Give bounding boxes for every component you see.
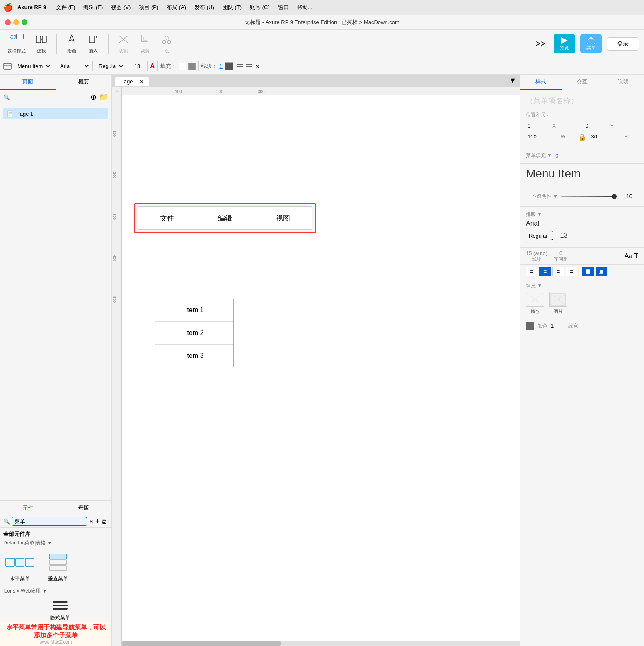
add-component-icon[interactable]: +: [95, 517, 100, 526]
opacity-slider[interactable]: [561, 196, 617, 197]
font-style-select[interactable]: Regular ⌃⌄: [526, 228, 557, 243]
widget-type-select[interactable]: Menu Item: [14, 62, 51, 70]
valign-top-btn[interactable]: [582, 267, 594, 276]
font-size-input[interactable]: [130, 63, 145, 69]
valign-bottom-btn[interactable]: [596, 267, 607, 276]
metrics-row: 15 (auto) 线段 0 字间距 Aa T: [526, 250, 638, 262]
x-input[interactable]: [526, 122, 551, 130]
position-size-label: 位置和尺寸: [526, 112, 638, 119]
minimize-button[interactable]: [13, 19, 19, 25]
formatbar-more-icon[interactable]: »: [256, 62, 260, 70]
draw-button[interactable]: 绘画: [63, 32, 80, 56]
component-v-menu[interactable]: 垂直菜单: [41, 551, 75, 583]
menu-edit[interactable]: 编辑 (E): [80, 3, 106, 12]
point-button[interactable]: 点: [158, 32, 175, 56]
maximize-button[interactable]: [22, 19, 27, 25]
fill-image-swatch[interactable]: [549, 292, 567, 307]
canvas-tab-close[interactable]: ✕: [140, 79, 144, 85]
folder-icon[interactable]: 📁: [99, 92, 108, 102]
hamburger-line-3: [53, 608, 68, 610]
menu-file[interactable]: 文件 (F): [53, 3, 78, 12]
point-label: 点: [165, 48, 169, 54]
v-menu-item-2[interactable]: Item 2: [155, 322, 233, 345]
insert-button[interactable]: 插入: [85, 32, 102, 56]
menu-project[interactable]: 项目 (P): [136, 3, 162, 12]
menu-fill-row: 菜单填充 ▼ 0: [526, 152, 638, 159]
icons-section-title: Icons » Web应用 ▼: [0, 586, 111, 596]
v-menu-item-3[interactable]: Item 3: [155, 345, 233, 367]
clear-search-icon[interactable]: ✕: [89, 518, 94, 525]
select-mode-button[interactable]: 选择模式: [5, 32, 28, 56]
fill-image-label: 图片: [554, 308, 563, 315]
menu-view[interactable]: 视图 (V): [108, 3, 134, 12]
menu-fill-value: 0: [555, 153, 558, 159]
h-menu-item-view[interactable]: 视图: [254, 207, 312, 229]
cut-label: 切割: [119, 48, 128, 54]
fill-color-swatch[interactable]: [526, 292, 544, 307]
v-menu-widget[interactable]: Item 1 Item 2 Item 3: [155, 299, 234, 367]
tab-note[interactable]: 说明: [603, 75, 644, 90]
close-button[interactable]: [5, 19, 11, 25]
canvas-background[interactable]: 文件 编辑 视图 Item 1 Item 2 Item 3: [122, 95, 520, 646]
library-path[interactable]: Default » 菜单|表格 ▼: [0, 539, 111, 547]
tab-overview[interactable]: 概要: [56, 75, 112, 90]
fill-color-option[interactable]: 颜色: [526, 292, 544, 315]
tab-style[interactable]: 样式: [520, 75, 562, 90]
copy-component-icon[interactable]: ⧉: [102, 518, 106, 525]
menu-window[interactable]: 窗口: [275, 3, 292, 12]
preview-button[interactable]: 预览: [554, 34, 575, 53]
connect-button[interactable]: 连接: [33, 32, 50, 56]
menu-team[interactable]: 团队 (T): [219, 3, 245, 12]
tab-pages[interactable]: 页面: [0, 75, 56, 90]
crop-button[interactable]: 裁剪: [137, 32, 153, 56]
h-menu-item-edit[interactable]: 编辑: [196, 207, 254, 229]
component-h-menu[interactable]: 水平菜单: [3, 551, 36, 583]
font-select[interactable]: Arial: [57, 62, 90, 70]
align-center-btn[interactable]: ≡: [539, 267, 551, 276]
share-button[interactable]: 共享: [580, 34, 602, 53]
line-color-swatch[interactable]: [225, 62, 233, 70]
align-right-btn[interactable]: ≡: [552, 267, 564, 276]
stroke-width-input[interactable]: [551, 323, 563, 329]
fill-swatch-pattern[interactable]: [179, 63, 186, 70]
align-left-btn[interactable]: ≡: [526, 267, 537, 276]
menu-layout[interactable]: 布局 (A): [163, 3, 189, 12]
tab-interaction[interactable]: 交互: [562, 75, 603, 90]
stroke-color-swatch[interactable]: [526, 322, 534, 330]
component-search-input[interactable]: [12, 517, 87, 526]
menu-account[interactable]: 账号 (C): [247, 3, 273, 12]
style-select[interactable]: Regular: [95, 62, 124, 70]
align-justify-btn[interactable]: ≡: [566, 267, 577, 276]
ruler-mark-100: 100: [175, 90, 182, 94]
text-t-icon[interactable]: T: [634, 253, 638, 260]
text-deco-btns: Aa T: [625, 253, 638, 260]
fill-label-right: 填充 ▼: [526, 282, 638, 289]
canvas-content[interactable]: ⊕ 100 200 300 100 200 300 400 500 文件: [112, 87, 520, 646]
add-page-icon[interactable]: ⊕: [90, 92, 97, 102]
scrollbar-horizontal[interactable]: [122, 641, 520, 646]
scrollbar-thumb-h[interactable]: [122, 641, 281, 646]
cut-button[interactable]: 切割: [115, 32, 132, 56]
canvas-tab-page1[interactable]: Page 1 ✕: [115, 77, 149, 86]
tab-components[interactable]: 元件: [0, 501, 56, 515]
tab-masters[interactable]: 母版: [56, 501, 112, 515]
v-menu-item-1[interactable]: Item 1: [155, 299, 233, 322]
y-label: Y: [610, 123, 614, 129]
w-input[interactable]: [526, 133, 559, 141]
login-button[interactable]: 登录: [607, 37, 639, 51]
menu-help[interactable]: 帮助...: [294, 3, 316, 12]
menu-publish[interactable]: 发布 (U): [191, 3, 218, 12]
text-aa-icon[interactable]: Aa: [625, 253, 633, 260]
more-button[interactable]: >>: [536, 39, 545, 49]
page-item-1[interactable]: 📄 Page 1: [3, 108, 108, 119]
fill-image-option[interactable]: 图片: [549, 292, 567, 315]
y-input[interactable]: [584, 122, 609, 130]
canvas-tab-dropdown[interactable]: ▼: [509, 76, 516, 87]
h-input[interactable]: [590, 133, 623, 141]
insert-label: 插入: [89, 48, 98, 54]
select-mode-label: 选择模式: [7, 48, 26, 54]
h-menu-selected-widget[interactable]: 文件 编辑 视图: [134, 203, 316, 233]
fill-swatch-color[interactable]: [188, 63, 196, 70]
h-menu-item-file[interactable]: 文件: [138, 207, 196, 229]
alignment-section: ≡ ≡ ≡ ≡: [520, 265, 644, 279]
